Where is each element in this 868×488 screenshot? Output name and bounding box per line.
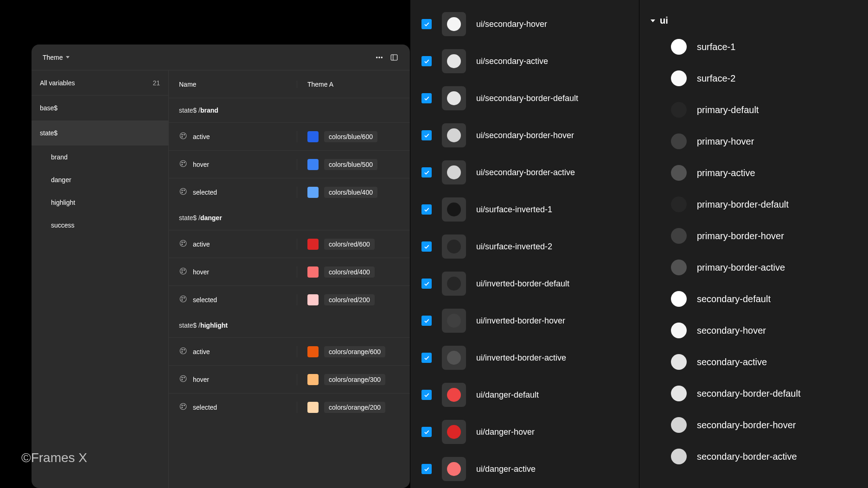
caret-down-icon xyxy=(651,19,655,22)
style-tree-item[interactable]: secondary-active xyxy=(639,346,868,378)
variable-row[interactable]: selected colors/blue/400 xyxy=(169,178,410,206)
style-swatch xyxy=(671,133,687,149)
svg-point-2 xyxy=(381,57,382,57)
style-tree-item[interactable]: primary-border-active xyxy=(639,252,868,283)
tree-root-label: ui xyxy=(660,15,668,26)
style-tree-item[interactable]: secondary-border-hover xyxy=(639,409,868,441)
svg-point-0 xyxy=(377,57,377,57)
panel-layout-button[interactable] xyxy=(387,50,402,65)
variable-row[interactable]: active colors/blue/600 xyxy=(169,122,410,150)
style-checkbox[interactable] xyxy=(421,167,432,177)
palette-icon xyxy=(179,402,187,412)
collection-subitem[interactable]: success xyxy=(32,214,168,236)
variable-row[interactable]: hover colors/blue/500 xyxy=(169,150,410,178)
variable-name: selected xyxy=(193,296,217,304)
variable-row[interactable]: selected colors/red/200 xyxy=(169,285,410,313)
collection-subitem[interactable]: highlight xyxy=(32,191,168,214)
svg-point-19 xyxy=(184,242,185,243)
style-tree-label: primary-hover xyxy=(697,136,754,147)
style-checkbox[interactable] xyxy=(421,316,432,326)
style-tree-label: primary-border-hover xyxy=(697,231,784,241)
panel-header: Theme xyxy=(32,44,410,70)
style-swatch-holder xyxy=(442,49,466,73)
style-swatch xyxy=(671,386,687,401)
style-swatch xyxy=(447,203,461,216)
style-swatch xyxy=(671,70,687,86)
style-tree-item[interactable]: primary-hover xyxy=(639,126,868,157)
variable-row[interactable]: selected colors/orange/200 xyxy=(169,393,410,421)
style-checkbox[interactable] xyxy=(421,130,432,140)
style-selection-row[interactable]: ui/inverted-border-active xyxy=(410,339,639,376)
style-checkbox[interactable] xyxy=(421,241,432,252)
style-swatch-holder xyxy=(442,457,466,481)
style-selection-row[interactable]: ui/inverted-border-hover xyxy=(410,302,639,339)
style-selection-row[interactable]: ui/surface-inverted-1 xyxy=(410,191,639,228)
style-tree-item[interactable]: surface-1 xyxy=(639,31,868,63)
style-checkbox[interactable] xyxy=(421,279,432,289)
collection-subitem[interactable]: brand xyxy=(32,146,168,168)
style-checkbox[interactable] xyxy=(421,93,432,103)
svg-point-35 xyxy=(184,377,185,378)
style-selection-row[interactable]: ui/danger-default xyxy=(410,376,639,413)
style-tree-item[interactable]: primary-default xyxy=(639,94,868,126)
style-tree-item[interactable]: secondary-hover xyxy=(639,315,868,346)
style-tree-item[interactable]: primary-active xyxy=(639,157,868,189)
watermark: ©Frames X xyxy=(21,450,87,465)
style-swatch xyxy=(447,54,461,68)
palette-icon xyxy=(179,267,187,277)
style-tree-label: primary-active xyxy=(697,168,755,178)
variable-row[interactable]: active colors/red/600 xyxy=(169,230,410,258)
style-swatch xyxy=(447,388,461,402)
variable-row[interactable]: hover colors/orange/300 xyxy=(169,365,410,393)
style-checkbox[interactable] xyxy=(421,427,432,437)
style-tree-item[interactable]: primary-border-default xyxy=(639,189,868,220)
style-tree-item[interactable]: secondary-border-active xyxy=(639,441,868,472)
variable-row[interactable]: active colors/orange/600 xyxy=(169,337,410,365)
color-swatch xyxy=(307,159,319,170)
style-selection-row[interactable]: ui/danger-active xyxy=(410,450,639,488)
style-checkbox[interactable] xyxy=(421,390,432,400)
style-label: ui/inverted-border-active xyxy=(476,353,566,363)
theme-dropdown[interactable]: Theme xyxy=(40,52,72,63)
style-selection-row[interactable]: ui/inverted-border-default xyxy=(410,265,639,302)
variable-row[interactable]: hover colors/red/400 xyxy=(169,258,410,285)
collection-subitem[interactable]: danger xyxy=(32,168,168,191)
style-tree-item[interactable]: primary-border-hover xyxy=(639,220,868,252)
tree-root-ui[interactable]: ui xyxy=(639,10,868,31)
style-tree-item[interactable]: secondary-default xyxy=(639,283,868,315)
style-selection-row[interactable]: ui/surface-inverted-2 xyxy=(410,228,639,265)
style-swatch xyxy=(447,425,461,439)
style-swatch xyxy=(447,314,461,328)
style-swatch xyxy=(671,39,687,55)
style-checkbox[interactable] xyxy=(421,353,432,363)
style-swatch xyxy=(447,128,461,142)
style-selection-row[interactable]: ui/secondary-border-hover xyxy=(410,117,639,154)
style-selection-row[interactable]: ui/secondary-hover xyxy=(410,6,639,43)
style-selection-row[interactable]: ui/secondary-active xyxy=(410,43,639,80)
style-checkbox[interactable] xyxy=(421,56,432,66)
style-swatch xyxy=(447,462,461,476)
style-selection-row[interactable]: ui/secondary-border-active xyxy=(410,154,639,191)
style-selection-row[interactable]: ui/danger-hover xyxy=(410,413,639,450)
style-selection-row[interactable]: ui/secondary-border-default xyxy=(410,80,639,117)
variable-value-chip: colors/blue/600 xyxy=(324,131,377,142)
svg-point-15 xyxy=(184,190,185,191)
svg-point-33 xyxy=(180,375,186,382)
more-options-button[interactable] xyxy=(372,50,387,65)
collection-item[interactable]: base$ xyxy=(32,95,168,120)
style-checkbox[interactable] xyxy=(421,204,432,215)
svg-point-11 xyxy=(184,162,185,163)
style-swatch-holder xyxy=(442,383,466,407)
svg-point-29 xyxy=(180,348,186,354)
svg-point-18 xyxy=(182,242,183,243)
style-checkbox[interactable] xyxy=(421,464,432,474)
variable-name: hover xyxy=(193,268,209,276)
all-variables-row[interactable]: All variables 21 xyxy=(32,70,168,95)
style-tree-item[interactable]: secondary-border-default xyxy=(639,378,868,409)
svg-point-22 xyxy=(182,270,183,271)
svg-point-34 xyxy=(182,377,183,378)
collection-item[interactable]: state$ xyxy=(32,120,168,146)
style-tree-item[interactable]: surface-2 xyxy=(639,63,868,94)
style-label: ui/inverted-border-hover xyxy=(476,316,565,326)
style-checkbox[interactable] xyxy=(421,19,432,29)
